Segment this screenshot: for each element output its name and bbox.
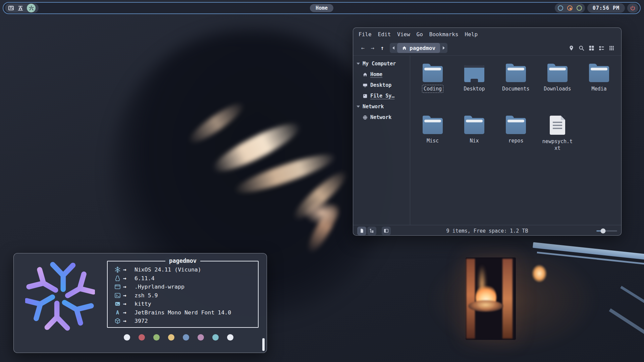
folder-icon (589, 66, 609, 82)
menu-bookmarks[interactable]: Bookmarks (429, 31, 459, 38)
arrow-glyph: → (123, 292, 135, 299)
clock: 07:56 PM (590, 5, 622, 11)
forward-button[interactable]: → (368, 45, 377, 51)
expander-icon[interactable] (357, 106, 360, 108)
menu-file[interactable]: File (359, 31, 372, 38)
shell-terminal-icon (114, 292, 123, 299)
workspace-5[interactable] (17, 5, 23, 11)
wallpaper-lantern (466, 257, 516, 340)
file-label: Desktop (462, 85, 486, 93)
menu-edit[interactable]: Edit (378, 31, 391, 38)
indicator-orange-icon[interactable] (567, 5, 573, 11)
home-icon (402, 46, 407, 51)
menu-help[interactable]: Help (465, 31, 478, 38)
menu-view[interactable]: View (397, 31, 410, 38)
slider-thumb[interactable] (600, 228, 605, 233)
network-globe-icon (363, 115, 368, 120)
sidebar-item-desktop[interactable]: Desktop (353, 80, 410, 90)
wallpaper-blue-beam (537, 252, 644, 265)
arrow-glyph: → (123, 275, 135, 282)
fetch-value-wm: .Hyprland-wrapp (135, 284, 184, 290)
wallpaper-blue-beam (609, 308, 644, 339)
nix-snowflake-icon (114, 266, 123, 273)
sidebar-section-my-computer[interactable]: My Computer (353, 58, 410, 69)
palette-dot (227, 334, 233, 341)
file-item-downloads[interactable]: Downloads (537, 64, 578, 116)
file-item-desktop[interactable]: Desktop (453, 64, 495, 116)
back-button[interactable]: ← (358, 45, 368, 51)
top-bar-right: 07:56 PM (555, 3, 638, 13)
file-label: Nix (468, 137, 480, 145)
palette-dot (139, 334, 145, 341)
indicator-blue-icon[interactable] (558, 5, 563, 11)
fetch-value-shell: zsh 5.9 (135, 292, 158, 299)
workspace-4[interactable] (8, 5, 14, 11)
arrow-glyph: → (123, 301, 135, 307)
power-button[interactable] (627, 3, 638, 13)
compact-view-button[interactable] (606, 45, 616, 51)
file-item-documents[interactable]: Documents (495, 64, 537, 116)
workspace-switcher (5, 3, 39, 13)
expander-icon[interactable] (357, 63, 360, 65)
fetch-value-kernel: 6.11.4 (135, 275, 155, 282)
svg-text:A: A (116, 309, 119, 315)
file-label: Downloads (542, 85, 573, 93)
menu-go[interactable]: Go (417, 31, 423, 38)
tree-pane-button[interactable] (367, 227, 376, 235)
file-item-newpsych-txt[interactable]: newpsych.txt (537, 116, 578, 168)
sidebar-section-network[interactable]: Network (353, 101, 410, 112)
arrow-glyph: → (123, 284, 135, 290)
search-button[interactable] (576, 45, 586, 51)
folder-icon (423, 118, 443, 134)
file-label: repos (506, 137, 525, 145)
kanji-five-glyph (17, 5, 23, 11)
fetch-row-wm: → .Hyprland-wrapp (114, 283, 258, 291)
kanji-four-glyph (8, 5, 14, 11)
arrow-glyph: → (123, 318, 135, 324)
wallpaper-blue-beam (620, 286, 644, 309)
tab-scroll-right-icon[interactable] (440, 46, 447, 50)
file-item-nix[interactable]: Nix (453, 116, 495, 168)
sidebar-item-file-system[interactable]: File Sy… (353, 90, 410, 101)
search-icon (579, 45, 584, 51)
places-pane-button[interactable] (357, 227, 366, 235)
sidebar-item-network[interactable]: Network (353, 112, 410, 123)
nixos-logo (25, 261, 95, 331)
palette-dot (198, 334, 204, 341)
grid-view-button[interactable] (586, 45, 596, 51)
icon-size-slider[interactable] (596, 229, 617, 233)
indicator-green-icon[interactable] (577, 5, 582, 11)
package-cube-icon (114, 318, 123, 324)
folder-icon (506, 66, 526, 82)
terminal-scrollbar-thumb[interactable] (262, 338, 265, 351)
home-icon (363, 72, 368, 77)
file-item-misc[interactable]: Misc (412, 116, 453, 168)
path-tab[interactable]: pagedmov (397, 43, 440, 53)
wallpaper-candle-flame (476, 284, 496, 310)
list-view-button[interactable] (596, 45, 606, 51)
up-button[interactable]: ↑ (377, 45, 387, 51)
wallpaper-face-light (304, 200, 340, 225)
location-button[interactable] (566, 45, 576, 51)
top-bar: Home 07:56 PM (3, 2, 641, 14)
palette-dot (183, 334, 189, 341)
folder-icon (506, 118, 526, 134)
tab-scroll-left-icon[interactable] (390, 46, 397, 50)
fetch-row-terminal: → kitty (114, 300, 258, 308)
file-item-media[interactable]: Media (578, 64, 620, 116)
file-label: Documents (500, 85, 531, 93)
wallpaper-hair-streak (184, 98, 248, 148)
file-item-coding[interactable]: Coding (412, 64, 453, 116)
sidebar-item-home[interactable]: Home (353, 69, 410, 80)
path-tab-label: pagedmov (410, 45, 435, 51)
toggle-sidebar-button[interactable] (382, 227, 391, 235)
file-item-repos[interactable]: repos (495, 116, 537, 168)
wm-window-icon (114, 284, 123, 290)
workspace-6-active[interactable] (27, 4, 36, 12)
indicator-island (555, 3, 585, 13)
file-label: Coding (422, 85, 443, 93)
fetch-rows: → NixOS 24.11 (Vicuna) → 6.11.4 (108, 261, 258, 325)
wallpaper-candle-glow (478, 265, 486, 305)
fetch-row-kernel: → 6.11.4 (114, 274, 258, 283)
menu-bar: File Edit View Go Bookmarks Help (353, 28, 621, 41)
